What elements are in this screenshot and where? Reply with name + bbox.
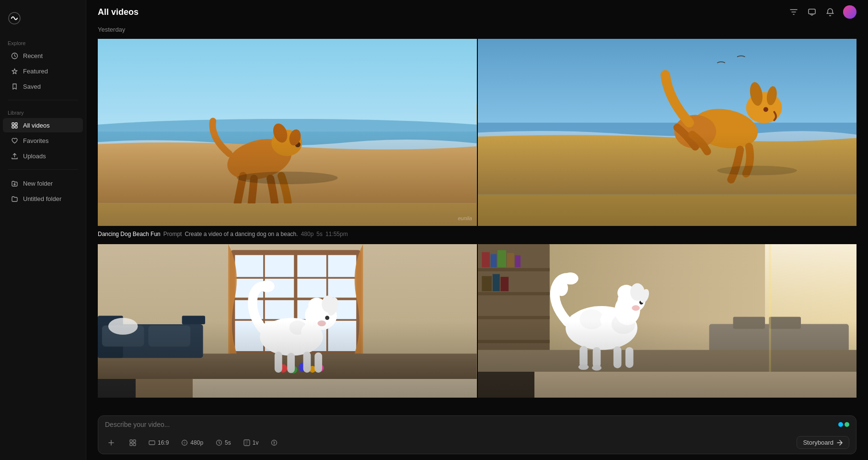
sidebar-item-new-folder-label: New folder bbox=[23, 180, 53, 187]
svg-point-23 bbox=[763, 107, 768, 112]
upload-icon bbox=[11, 152, 18, 160]
video-thumb-beach-left[interactable]: eunila bbox=[98, 39, 477, 226]
date-section-label: Yesterday bbox=[98, 26, 856, 33]
toolbar-row: 16:9 480p 5s 1v Storyboard bbox=[98, 433, 856, 454]
video-thumb-beach-right[interactable] bbox=[478, 39, 857, 226]
svg-rect-73 bbox=[482, 276, 492, 292]
sidebar-divider-2 bbox=[8, 169, 78, 170]
bottom-toolbar: 16:9 480p 5s 1v Storyboard bbox=[86, 410, 868, 460]
sidebar-item-all-videos-label: All videos bbox=[23, 122, 50, 129]
logo-dot-blue bbox=[838, 422, 843, 427]
sidebar-item-uploads[interactable]: Uploads bbox=[3, 149, 83, 163]
svg-rect-75 bbox=[500, 277, 509, 291]
svg-rect-66 bbox=[478, 316, 550, 319]
clock-icon bbox=[11, 52, 18, 59]
input-icons bbox=[838, 422, 849, 427]
sidebar-item-new-folder[interactable]: New folder bbox=[3, 176, 83, 190]
video-thumb-indoor-right[interactable] bbox=[478, 244, 857, 398]
app-logo[interactable] bbox=[0, 8, 86, 36]
video-describe-input[interactable] bbox=[105, 421, 838, 428]
svg-point-82 bbox=[579, 309, 603, 330]
svg-rect-5 bbox=[15, 126, 17, 128]
svg-rect-64 bbox=[478, 268, 550, 271]
svg-rect-36 bbox=[182, 316, 205, 324]
video-1-duration: 5s bbox=[316, 231, 323, 237]
svg-rect-56 bbox=[303, 352, 311, 373]
storyboard-label: Storyboard bbox=[803, 439, 833, 446]
svg-rect-54 bbox=[275, 352, 282, 373]
messages-button[interactable] bbox=[807, 7, 817, 17]
svg-rect-6 bbox=[809, 9, 815, 14]
duration-button[interactable]: 5s bbox=[213, 438, 234, 448]
svg-rect-74 bbox=[492, 274, 499, 291]
svg-point-95 bbox=[578, 364, 589, 370]
sidebar-item-untitled-folder[interactable]: Untitled folder bbox=[3, 191, 83, 206]
svg-rect-103 bbox=[130, 443, 132, 446]
logo-dot-green bbox=[845, 422, 849, 427]
filter-button[interactable] bbox=[788, 7, 799, 17]
help-button[interactable] bbox=[268, 438, 280, 448]
svg-point-58 bbox=[325, 316, 329, 320]
sidebar-item-recent-label: Recent bbox=[23, 52, 43, 59]
svg-rect-79 bbox=[478, 350, 857, 372]
video-thumb-indoor-left[interactable] bbox=[98, 244, 477, 398]
svg-rect-71 bbox=[507, 253, 514, 267]
sidebar-item-favorites[interactable]: Favorites bbox=[3, 133, 83, 148]
video-1-prompt-label: Prompt bbox=[163, 231, 182, 237]
svg-rect-4 bbox=[12, 126, 14, 128]
video-info-1: Dancing Dog Beach Fun Prompt Create a vi… bbox=[98, 227, 856, 244]
video-row-2 bbox=[98, 244, 856, 398]
video-1-title: Dancing Dog Beach Fun bbox=[98, 231, 161, 237]
explore-section-label: Explore bbox=[0, 36, 86, 48]
library-section-label: Library bbox=[0, 106, 86, 118]
svg-rect-93 bbox=[613, 346, 621, 368]
videos-content: Yesterday bbox=[86, 24, 868, 460]
svg-rect-101 bbox=[130, 440, 132, 442]
video-1-prompt-text: Create a video of a dancing dog on a bea… bbox=[185, 231, 298, 237]
bookmark-icon bbox=[11, 83, 18, 90]
svg-rect-57 bbox=[314, 353, 322, 373]
svg-rect-78 bbox=[769, 317, 801, 329]
main-content: All videos Yesterday bbox=[86, 0, 868, 460]
sora-input-logo bbox=[838, 422, 849, 427]
video-1-resolution: 480p bbox=[301, 231, 314, 237]
watermark-1: eunila bbox=[458, 215, 472, 221]
svg-point-96 bbox=[591, 365, 601, 371]
sidebar: Explore Recent Featured Saved Library Al… bbox=[0, 0, 86, 460]
storyboard-icon-button[interactable] bbox=[127, 438, 139, 448]
svg-point-59 bbox=[317, 320, 326, 326]
quality-button[interactable]: 480p bbox=[178, 438, 206, 448]
svg-rect-3 bbox=[15, 123, 17, 125]
header-actions bbox=[788, 5, 856, 19]
aspect-ratio-button[interactable]: 16:9 bbox=[146, 438, 172, 448]
add-button[interactable] bbox=[105, 438, 120, 448]
svg-rect-77 bbox=[733, 317, 765, 329]
frames-button[interactable]: 1v bbox=[241, 438, 262, 448]
sidebar-item-favorites-label: Favorites bbox=[23, 137, 48, 144]
svg-rect-69 bbox=[490, 254, 496, 267]
user-avatar[interactable] bbox=[843, 5, 856, 19]
star-icon bbox=[11, 67, 18, 75]
notifications-button[interactable] bbox=[825, 7, 835, 17]
video-1-time: 11:55pm bbox=[325, 231, 348, 237]
sidebar-item-untitled-folder-label: Untitled folder bbox=[23, 195, 61, 202]
video-row-1: eunila bbox=[98, 39, 856, 226]
sidebar-item-featured[interactable]: Featured bbox=[3, 64, 83, 78]
svg-rect-72 bbox=[515, 255, 521, 267]
sidebar-item-recent[interactable]: Recent bbox=[3, 48, 83, 63]
grid-icon bbox=[11, 121, 18, 129]
folder-icon bbox=[11, 195, 18, 202]
storyboard-button[interactable]: Storyboard bbox=[797, 436, 849, 449]
svg-rect-94 bbox=[625, 347, 633, 368]
video-input-area: 16:9 480p 5s 1v Storyboard bbox=[98, 415, 856, 454]
svg-rect-55 bbox=[287, 353, 295, 373]
svg-point-110 bbox=[274, 444, 275, 444]
svg-rect-38 bbox=[148, 326, 190, 347]
svg-point-53 bbox=[259, 281, 275, 293]
quality-label: 480p bbox=[190, 439, 203, 446]
sidebar-item-saved[interactable]: Saved bbox=[3, 79, 83, 94]
sidebar-item-all-videos[interactable]: All videos bbox=[3, 118, 83, 132]
svg-rect-65 bbox=[478, 292, 550, 295]
aspect-ratio-label: 16:9 bbox=[158, 439, 169, 446]
sidebar-divider-1 bbox=[8, 100, 78, 100]
